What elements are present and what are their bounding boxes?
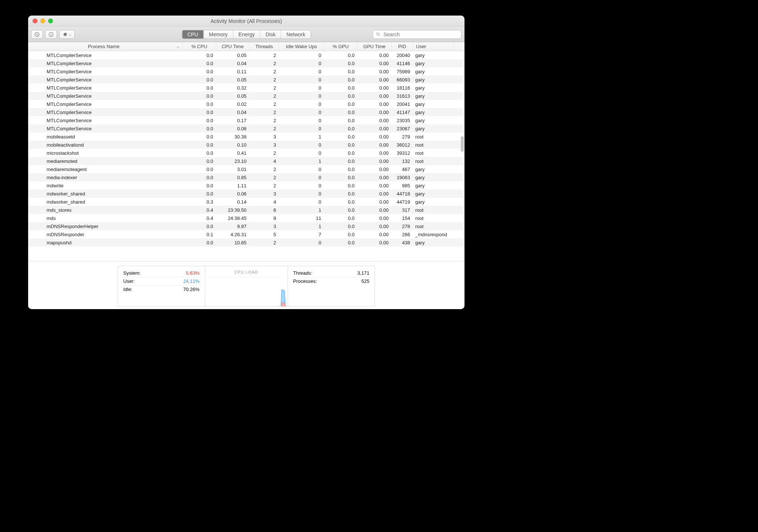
cell-gpu: 0.0: [324, 118, 358, 123]
cell-wake: 1: [279, 224, 324, 229]
col-process-name[interactable]: Process Name ⌄: [28, 42, 183, 51]
col-pid[interactable]: PID: [392, 42, 413, 51]
window-minimize-button[interactable]: [40, 19, 45, 23]
table-row[interactable]: MTLCompilerService0.00.05200.00.0066093g…: [28, 76, 464, 84]
search-field[interactable]: [373, 30, 462, 39]
cell-gpu: 0.0: [324, 167, 358, 172]
table-row[interactable]: MTLCompilerService0.00.11200.00.0075989g…: [28, 67, 464, 76]
cell-gputime: 0.00: [358, 85, 392, 91]
process-table[interactable]: MTLCompilerService0.00.05200.00.0020040g…: [28, 51, 464, 261]
window-zoom-button[interactable]: [48, 19, 53, 23]
cell-threads: 2: [249, 93, 279, 99]
table-row[interactable]: mDNSResponder0.14:26.31570.00.00266_mdns…: [28, 230, 464, 238]
cell-name: MTLCompilerService: [28, 53, 183, 58]
table-row[interactable]: mds_stores0.423:39.50610.00.00317root: [28, 206, 464, 214]
col-gpu-pct[interactable]: % GPU: [324, 42, 358, 51]
cell-time: 0.14: [216, 199, 249, 205]
cell-gpu: 0.0: [324, 224, 358, 229]
cell-pid: 317: [392, 207, 413, 213]
cell-cpu: 0.0: [183, 61, 216, 66]
col-idle-wake[interactable]: Idle Wake Ups: [279, 42, 324, 51]
stop-process-button[interactable]: [31, 30, 43, 39]
table-row[interactable]: mdworker_shared0.30.14400.00.0044719gary: [28, 198, 464, 206]
inspect-process-button[interactable]: [45, 30, 57, 39]
window-close-button[interactable]: [33, 19, 37, 23]
tab-network[interactable]: Network: [281, 30, 311, 39]
table-row[interactable]: MTLCompilerService0.00.08200.00.0023067g…: [28, 124, 464, 133]
cell-gpu: 0.0: [324, 69, 358, 74]
cell-pid: 41147: [392, 110, 413, 115]
tab-disk[interactable]: Disk: [260, 30, 281, 39]
cell-time: 0.04: [216, 61, 249, 66]
col-gpu-time[interactable]: GPU Time: [358, 42, 392, 51]
cell-threads: 3: [249, 134, 279, 140]
tab-cpu[interactable]: CPU: [182, 30, 204, 39]
cell-cpu: 0.0: [183, 183, 216, 188]
cell-gpu: 0.0: [324, 77, 358, 83]
col-cpu-time[interactable]: CPU Time: [216, 42, 249, 51]
cell-gputime: 0.00: [358, 240, 392, 245]
cell-name: mediaremoteagent: [28, 167, 183, 172]
cpu-load-label: CPU LOAD: [210, 269, 282, 278]
cell-gputime: 0.00: [358, 77, 392, 83]
table-row[interactable]: MTLCompilerService0.00.04200.00.0041146g…: [28, 59, 464, 67]
table-row[interactable]: MTLCompilerService0.00.04200.00.0041147g…: [28, 108, 464, 116]
cell-gpu: 0.0: [324, 85, 358, 91]
table-row[interactable]: mediaremoted0.023.10410.00.00132root: [28, 157, 464, 165]
cell-user: gary: [413, 85, 454, 91]
cell-time: 0.32: [216, 85, 249, 91]
table-row[interactable]: mobileactivationd0.00.10300.00.0036012ro…: [28, 141, 464, 149]
cell-user: root: [413, 142, 454, 148]
cell-name: mobileactivationd: [28, 142, 183, 148]
gear-menu-button[interactable]: ⌄: [59, 30, 75, 39]
table-row[interactable]: MTLCompilerService0.00.17200.00.0023035g…: [28, 116, 464, 124]
cell-pid: 266: [392, 232, 413, 237]
table-row[interactable]: MTLCompilerService0.00.32200.00.0018116g…: [28, 84, 464, 92]
table-row[interactable]: mapspushd0.010.65200.00.00438gary: [28, 238, 464, 247]
cell-pid: 75989: [392, 69, 413, 74]
search-input[interactable]: [383, 31, 458, 38]
cell-cpu: 0.0: [183, 118, 216, 123]
summary-footer: System:5.63% User:24.11% Idle:70.26% CPU…: [28, 261, 464, 309]
col-cpu-pct[interactable]: % CPU: [183, 42, 216, 51]
cell-pid: 66093: [392, 77, 413, 83]
cell-pid: 18116: [392, 85, 413, 91]
cell-gputime: 0.00: [358, 224, 392, 229]
cell-threads: 2: [249, 183, 279, 188]
cell-gputime: 0.00: [358, 183, 392, 188]
cell-wake: 0: [279, 167, 324, 172]
col-threads[interactable]: Threads: [249, 42, 279, 51]
table-row[interactable]: MTLCompilerService0.00.05200.00.0031613g…: [28, 92, 464, 100]
table-row[interactable]: mdwrite0.01.11200.00.00985gary: [28, 181, 464, 190]
cell-gpu: 0.0: [324, 101, 358, 107]
cell-name: mobileassetd: [28, 134, 183, 140]
cell-user: gary: [413, 53, 454, 58]
table-row[interactable]: media-indexer0.00.85200.00.0019063gary: [28, 173, 464, 181]
table-row[interactable]: mdworker_shared0.00.06300.00.0044718gary: [28, 190, 464, 198]
scrollbar-thumb[interactable]: [461, 136, 464, 152]
cell-gputime: 0.00: [358, 118, 392, 123]
col-user[interactable]: User: [413, 42, 454, 51]
search-icon: [376, 32, 380, 37]
toolbar: ⌄ CPU Memory Energy Disk Network: [28, 27, 464, 42]
cell-name: media-indexer: [28, 175, 183, 180]
cell-cpu: 0.0: [183, 77, 216, 83]
table-row[interactable]: MTLCompilerService0.00.05200.00.0020040g…: [28, 51, 464, 59]
tab-memory[interactable]: Memory: [204, 30, 234, 39]
counts-panel: Threads:3,171 Processes:525: [288, 266, 375, 307]
cell-pid: 20041: [392, 101, 413, 107]
tab-energy[interactable]: Energy: [233, 30, 260, 39]
table-row[interactable]: mDNSResponderHelper0.09.97310.00.00278ro…: [28, 222, 464, 230]
table-row[interactable]: mds0.424:38.459110.00.00154root: [28, 214, 464, 222]
cell-time: 0.08: [216, 126, 249, 131]
cell-user: root: [413, 150, 454, 156]
table-row[interactable]: MTLCompilerService0.00.02200.00.0020041g…: [28, 100, 464, 108]
table-row[interactable]: mediaremoteagent0.03.01200.00.00467gary: [28, 165, 464, 173]
cell-time: 0.17: [216, 118, 249, 123]
cell-wake: 1: [279, 207, 324, 213]
cell-gputime: 0.00: [358, 232, 392, 237]
cell-pid: 985: [392, 183, 413, 188]
table-row[interactable]: mobileassetd0.030.38310.00.00279root: [28, 133, 464, 141]
table-row[interactable]: microstackshot0.00.41200.00.0039312root: [28, 149, 464, 157]
cell-threads: 2: [249, 61, 279, 66]
